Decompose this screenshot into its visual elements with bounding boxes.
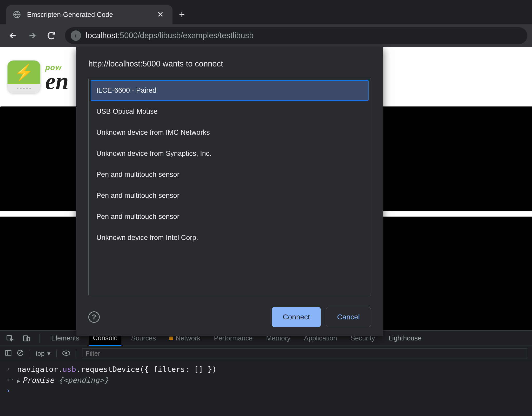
device-option[interactable]: Unknown device from IMC Networks xyxy=(91,122,369,143)
device-option[interactable]: USB Optical Mouse xyxy=(91,101,369,122)
device-option[interactable]: Pen and multitouch sensor xyxy=(91,185,369,206)
devtools-panel: Elements Console Sources Network Perform… xyxy=(0,330,532,416)
expand-icon[interactable]: ▶ xyxy=(17,378,20,384)
brand-emscripten: en xyxy=(45,72,69,91)
dialog-title: http://localhost:5000 wants to connect xyxy=(88,59,371,69)
page-viewport: ⚡ pow en http://localhost:5000 wants to … xyxy=(0,47,532,330)
clear-console-icon[interactable] xyxy=(17,349,24,358)
back-button[interactable] xyxy=(5,27,21,44)
browser-tab[interactable]: Emscripten-Generated Code ✕ xyxy=(6,5,172,24)
svg-point-1 xyxy=(75,34,76,35)
connect-button[interactable]: Connect xyxy=(272,307,321,327)
svg-rect-6 xyxy=(6,350,11,355)
svg-rect-2 xyxy=(75,35,76,37)
prompt-icon: › xyxy=(6,365,12,373)
inspect-icon[interactable] xyxy=(5,334,15,342)
globe-icon xyxy=(12,10,21,19)
console-output: › navigator.usb.requestDevice({ filters:… xyxy=(0,361,532,416)
usb-permission-dialog: http://localhost:5000 wants to connect I… xyxy=(76,47,383,336)
help-icon[interactable]: ? xyxy=(88,311,100,323)
tab-close-icon[interactable]: ✕ xyxy=(156,10,165,19)
url-text: localhost:5000/deps/libusb/examples/test… xyxy=(86,31,254,40)
forward-button[interactable] xyxy=(24,27,41,44)
reload-button[interactable] xyxy=(43,27,60,44)
brand-text: pow en xyxy=(45,63,69,91)
device-option[interactable]: Unknown device from Synaptics, Inc. xyxy=(91,143,369,164)
bolt-icon: ⚡ xyxy=(14,63,34,82)
device-toggle-icon[interactable] xyxy=(21,334,32,342)
console-filter-input[interactable] xyxy=(82,348,527,359)
device-list: ILCE-6600 - Paired USB Optical Mouse Unk… xyxy=(88,78,371,296)
console-output-line: ‹· ▶Promise {<pending>} xyxy=(0,375,532,386)
tab-title: Emscripten-Generated Code xyxy=(27,11,150,19)
live-expression-icon[interactable] xyxy=(62,350,70,357)
device-option[interactable]: Unknown device from Intel Corp. xyxy=(91,227,369,248)
console-prompt-line[interactable]: › xyxy=(0,386,532,397)
console-toolbar: top▾ xyxy=(0,346,532,361)
device-option[interactable]: ILCE-6600 - Paired xyxy=(91,80,369,101)
emscripten-logo: ⚡ xyxy=(7,60,41,93)
device-option[interactable]: Pen and multitouch sensor xyxy=(91,164,369,185)
tab-lighthouse[interactable]: Lighthouse xyxy=(385,331,425,346)
browser-tabstrip: Emscripten-Generated Code ✕ + xyxy=(0,0,532,24)
console-code[interactable]: navigator.usb.requestDevice({ filters: [… xyxy=(17,365,217,374)
return-icon: ‹· xyxy=(6,376,12,384)
prompt-icon: › xyxy=(6,387,12,394)
console-input-line: › navigator.usb.requestDevice({ filters:… xyxy=(0,364,532,375)
new-tab-button[interactable]: + xyxy=(172,5,191,24)
console-sidebar-icon[interactable] xyxy=(5,349,12,358)
site-info-icon[interactable] xyxy=(71,30,81,41)
cancel-button[interactable]: Cancel xyxy=(326,307,371,327)
address-bar[interactable]: localhost:5000/deps/libusb/examples/test… xyxy=(65,27,527,44)
context-selector[interactable]: top▾ xyxy=(36,350,51,357)
svg-point-9 xyxy=(65,352,67,354)
device-option[interactable]: Pen and multitouch sensor xyxy=(91,206,369,227)
console-result[interactable]: ▶Promise {<pending>} xyxy=(17,376,109,385)
browser-toolbar: localhost:5000/deps/libusb/examples/test… xyxy=(0,24,532,47)
dialog-actions: ? Connect Cancel xyxy=(88,307,371,327)
